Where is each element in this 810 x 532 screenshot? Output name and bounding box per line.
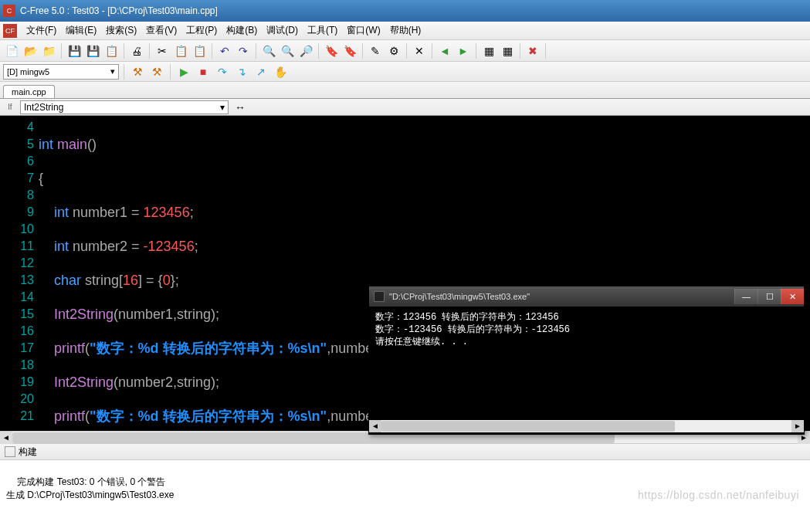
menu-help[interactable]: 帮助(H) [385,22,426,39]
build-output[interactable]: 完成构建 Test03: 0 个错误, 0 个警告 生成 D:\CProj\Te… [0,460,810,503]
step-into-icon[interactable]: ↴ [233,63,250,80]
menu-edit[interactable]: 编辑(E) [61,22,101,39]
hand-icon[interactable]: ✋ [272,63,289,80]
nav-arrows-icon[interactable]: ↔ [232,99,249,116]
find-in-files-icon[interactable]: 🔍 [279,42,296,59]
tab-main-cpp[interactable]: main.cpp [3,85,55,98]
minimize-button[interactable]: — [734,289,757,304]
grid2-icon[interactable]: ▦ [499,42,516,59]
menu-window[interactable]: 窗口(W) [342,22,385,39]
stop-icon[interactable]: ■ [195,63,212,80]
maximize-button[interactable]: ☐ [757,289,781,304]
function-select[interactable]: Int2String▾ [20,100,229,114]
open-file-icon[interactable]: 📂 [22,42,39,59]
close-file-icon[interactable]: 📋 [103,42,120,59]
watermark: https://blog.csdn.net/nanfeibuyi [638,489,799,501]
menu-build[interactable]: 构建(B) [222,22,262,39]
console-icon [374,291,385,302]
menu-view[interactable]: 查看(V) [141,22,181,39]
console-scroll-left-icon[interactable]: ◄ [369,420,381,432]
open-project-icon[interactable]: 📁 [40,42,57,59]
console-output: 数字：123456 转换后的字符串为：123456 数字：-123456 转换后… [369,307,804,420]
function-navbar: lf Int2String▾ ↔ [0,99,810,116]
menu-file[interactable]: 文件(F) [22,22,61,39]
console-hscrollbar[interactable]: ◄ ► [369,420,804,432]
console-scroll-thumb[interactable] [381,421,675,432]
wand-icon[interactable]: ✎ [367,42,384,59]
window-titlebar: C C-Free 5.0 : Test03 - [D:\CProj\Test03… [0,0,810,22]
run-icon[interactable]: ▶ [175,63,192,80]
compiler-select[interactable]: [D] mingw5▾ [3,64,119,80]
redo-icon[interactable]: ↷ [235,42,252,59]
undo-icon[interactable]: ↶ [216,42,233,59]
window-title: C-Free 5.0 : Test03 - [D:\CProj\Test03\m… [20,5,218,16]
menubar: CF 文件(F) 编辑(E) 搜索(S) 查看(V) 工程(P) 构建(B) 调… [0,22,810,40]
copy-icon[interactable]: 📋 [172,42,189,59]
console-title: "D:\CProj\Test03\mingw5\Test03.exe" [389,292,530,301]
output-tabbar: 构建 [0,443,810,460]
toggle-icon[interactable]: ✕ [411,42,428,59]
build-tab-icon [5,446,15,457]
nav-back-icon[interactable]: ◄ [436,42,453,59]
menu-search[interactable]: 搜索(S) [101,22,141,39]
bookmark-next-icon[interactable]: 🔖 [341,42,358,59]
build-tab[interactable]: 构建 [19,446,37,459]
save-icon[interactable]: 💾 [66,42,83,59]
console-scroll-right-icon[interactable]: ► [791,420,804,432]
toolbar-main: 📄 📂 📁 💾 💾 📋 🖨 ✂ 📋 📋 ↶ ↷ 🔍 🔍 🔎 🔖 🔖 ✎ ⚙ ✕ … [0,40,810,62]
paste-icon[interactable]: 📋 [191,42,208,59]
step-out-icon[interactable]: ↗ [252,63,269,80]
settings-icon[interactable]: ⚙ [385,42,402,59]
scroll-left-icon[interactable]: ◄ [0,432,12,444]
close-button[interactable]: ✕ [781,289,804,304]
bookmark-icon[interactable]: 🔖 [323,42,340,59]
editor-tabbar: main.cpp [0,82,810,99]
cut-icon[interactable]: ✂ [154,42,171,59]
console-titlebar[interactable]: "D:\CProj\Test03\mingw5\Test03.exe" — ☐ … [369,286,804,307]
step-over-icon[interactable]: ↷ [214,63,231,80]
build-icon[interactable]: ⚒ [129,63,146,80]
console-window[interactable]: "D:\CProj\Test03\mingw5\Test03.exe" — ☐ … [368,286,805,435]
find-icon[interactable]: 🔍 [260,42,277,59]
cancel-icon[interactable]: ✖ [524,42,541,59]
toolbar-build: [D] mingw5▾ ⚒ ⚒ ▶ ■ ↷ ↴ ↗ ✋ [0,62,810,82]
menu-debug[interactable]: 调试(D) [262,22,303,39]
grid1-icon[interactable]: ▦ [480,42,497,59]
menubar-logo: CF [3,24,17,38]
func-prefix-icon: lf [5,102,15,113]
new-file-icon[interactable]: 📄 [3,42,20,59]
save-all-icon[interactable]: 💾 [84,42,101,59]
app-icon: C [3,5,15,17]
replace-icon[interactable]: 🔎 [297,42,314,59]
menu-project[interactable]: 工程(P) [181,22,222,39]
rebuild-icon[interactable]: ⚒ [148,63,165,80]
print-icon[interactable]: 🖨 [128,42,145,59]
nav-fwd-icon[interactable]: ► [455,42,472,59]
line-number-gutter: 456 789 101112 131415 161718 192021 [0,116,39,431]
menu-tools[interactable]: 工具(T) [303,22,342,39]
